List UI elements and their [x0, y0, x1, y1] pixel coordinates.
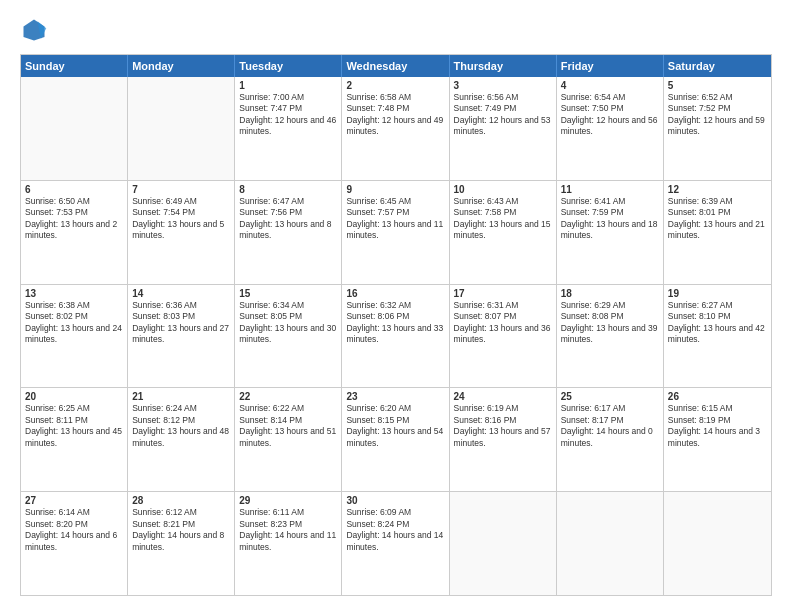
header-day: Sunday [21, 55, 128, 77]
day-number: 18 [561, 288, 659, 299]
day-number: 19 [668, 288, 767, 299]
day-number: 29 [239, 495, 337, 506]
day-info: Sunrise: 6:47 AM Sunset: 7:56 PM Dayligh… [239, 196, 337, 242]
day-info: Sunrise: 6:20 AM Sunset: 8:15 PM Dayligh… [346, 403, 444, 449]
day-info: Sunrise: 6:12 AM Sunset: 8:21 PM Dayligh… [132, 507, 230, 553]
day-number: 3 [454, 80, 552, 91]
day-info: Sunrise: 6:41 AM Sunset: 7:59 PM Dayligh… [561, 196, 659, 242]
day-info: Sunrise: 6:38 AM Sunset: 8:02 PM Dayligh… [25, 300, 123, 346]
calendar-cell: 9Sunrise: 6:45 AM Sunset: 7:57 PM Daylig… [342, 181, 449, 284]
day-info: Sunrise: 6:09 AM Sunset: 8:24 PM Dayligh… [346, 507, 444, 553]
day-info: Sunrise: 6:14 AM Sunset: 8:20 PM Dayligh… [25, 507, 123, 553]
calendar-cell: 21Sunrise: 6:24 AM Sunset: 8:12 PM Dayli… [128, 388, 235, 491]
day-number: 5 [668, 80, 767, 91]
day-number: 6 [25, 184, 123, 195]
day-info: Sunrise: 6:34 AM Sunset: 8:05 PM Dayligh… [239, 300, 337, 346]
day-number: 12 [668, 184, 767, 195]
day-number: 10 [454, 184, 552, 195]
day-info: Sunrise: 6:19 AM Sunset: 8:16 PM Dayligh… [454, 403, 552, 449]
calendar-cell: 12Sunrise: 6:39 AM Sunset: 8:01 PM Dayli… [664, 181, 771, 284]
calendar-cell: 25Sunrise: 6:17 AM Sunset: 8:17 PM Dayli… [557, 388, 664, 491]
day-number: 16 [346, 288, 444, 299]
calendar-cell: 6Sunrise: 6:50 AM Sunset: 7:53 PM Daylig… [21, 181, 128, 284]
calendar-cell: 11Sunrise: 6:41 AM Sunset: 7:59 PM Dayli… [557, 181, 664, 284]
header [20, 16, 772, 44]
calendar-cell: 7Sunrise: 6:49 AM Sunset: 7:54 PM Daylig… [128, 181, 235, 284]
header-day: Saturday [664, 55, 771, 77]
calendar-cell: 1Sunrise: 7:00 AM Sunset: 7:47 PM Daylig… [235, 77, 342, 180]
day-info: Sunrise: 6:25 AM Sunset: 8:11 PM Dayligh… [25, 403, 123, 449]
day-info: Sunrise: 6:22 AM Sunset: 8:14 PM Dayligh… [239, 403, 337, 449]
calendar-cell: 14Sunrise: 6:36 AM Sunset: 8:03 PM Dayli… [128, 285, 235, 388]
day-number: 23 [346, 391, 444, 402]
calendar-cell: 18Sunrise: 6:29 AM Sunset: 8:08 PM Dayli… [557, 285, 664, 388]
day-info: Sunrise: 6:54 AM Sunset: 7:50 PM Dayligh… [561, 92, 659, 138]
header-day: Monday [128, 55, 235, 77]
day-info: Sunrise: 6:32 AM Sunset: 8:06 PM Dayligh… [346, 300, 444, 346]
day-number: 14 [132, 288, 230, 299]
page: SundayMondayTuesdayWednesdayThursdayFrid… [0, 0, 792, 612]
day-number: 17 [454, 288, 552, 299]
day-number: 7 [132, 184, 230, 195]
day-info: Sunrise: 6:49 AM Sunset: 7:54 PM Dayligh… [132, 196, 230, 242]
calendar-cell: 26Sunrise: 6:15 AM Sunset: 8:19 PM Dayli… [664, 388, 771, 491]
calendar-cell: 17Sunrise: 6:31 AM Sunset: 8:07 PM Dayli… [450, 285, 557, 388]
day-number: 20 [25, 391, 123, 402]
calendar-cell: 16Sunrise: 6:32 AM Sunset: 8:06 PM Dayli… [342, 285, 449, 388]
calendar-cell: 13Sunrise: 6:38 AM Sunset: 8:02 PM Dayli… [21, 285, 128, 388]
calendar-cell: 19Sunrise: 6:27 AM Sunset: 8:10 PM Dayli… [664, 285, 771, 388]
day-info: Sunrise: 6:11 AM Sunset: 8:23 PM Dayligh… [239, 507, 337, 553]
calendar-cell [557, 492, 664, 595]
logo-icon [20, 16, 48, 44]
day-info: Sunrise: 6:31 AM Sunset: 8:07 PM Dayligh… [454, 300, 552, 346]
calendar-row: 1Sunrise: 7:00 AM Sunset: 7:47 PM Daylig… [21, 77, 771, 180]
calendar-cell: 20Sunrise: 6:25 AM Sunset: 8:11 PM Dayli… [21, 388, 128, 491]
calendar-cell: 10Sunrise: 6:43 AM Sunset: 7:58 PM Dayli… [450, 181, 557, 284]
calendar: SundayMondayTuesdayWednesdayThursdayFrid… [20, 54, 772, 596]
day-number: 8 [239, 184, 337, 195]
calendar-body: 1Sunrise: 7:00 AM Sunset: 7:47 PM Daylig… [21, 77, 771, 595]
day-number: 24 [454, 391, 552, 402]
day-info: Sunrise: 6:36 AM Sunset: 8:03 PM Dayligh… [132, 300, 230, 346]
day-info: Sunrise: 6:45 AM Sunset: 7:57 PM Dayligh… [346, 196, 444, 242]
day-info: Sunrise: 6:39 AM Sunset: 8:01 PM Dayligh… [668, 196, 767, 242]
day-number: 26 [668, 391, 767, 402]
day-number: 22 [239, 391, 337, 402]
calendar-cell: 15Sunrise: 6:34 AM Sunset: 8:05 PM Dayli… [235, 285, 342, 388]
day-info: Sunrise: 6:56 AM Sunset: 7:49 PM Dayligh… [454, 92, 552, 138]
day-number: 15 [239, 288, 337, 299]
day-number: 21 [132, 391, 230, 402]
calendar-cell: 4Sunrise: 6:54 AM Sunset: 7:50 PM Daylig… [557, 77, 664, 180]
day-info: Sunrise: 6:50 AM Sunset: 7:53 PM Dayligh… [25, 196, 123, 242]
calendar-cell: 23Sunrise: 6:20 AM Sunset: 8:15 PM Dayli… [342, 388, 449, 491]
calendar-row: 20Sunrise: 6:25 AM Sunset: 8:11 PM Dayli… [21, 387, 771, 491]
day-number: 28 [132, 495, 230, 506]
calendar-cell: 30Sunrise: 6:09 AM Sunset: 8:24 PM Dayli… [342, 492, 449, 595]
day-info: Sunrise: 6:58 AM Sunset: 7:48 PM Dayligh… [346, 92, 444, 138]
calendar-row: 6Sunrise: 6:50 AM Sunset: 7:53 PM Daylig… [21, 180, 771, 284]
day-info: Sunrise: 6:15 AM Sunset: 8:19 PM Dayligh… [668, 403, 767, 449]
calendar-cell [21, 77, 128, 180]
calendar-cell: 22Sunrise: 6:22 AM Sunset: 8:14 PM Dayli… [235, 388, 342, 491]
calendar-cell: 27Sunrise: 6:14 AM Sunset: 8:20 PM Dayli… [21, 492, 128, 595]
header-day: Thursday [450, 55, 557, 77]
header-day: Friday [557, 55, 664, 77]
logo [20, 16, 52, 44]
day-info: Sunrise: 6:27 AM Sunset: 8:10 PM Dayligh… [668, 300, 767, 346]
calendar-cell [128, 77, 235, 180]
calendar-cell: 28Sunrise: 6:12 AM Sunset: 8:21 PM Dayli… [128, 492, 235, 595]
calendar-cell [450, 492, 557, 595]
day-info: Sunrise: 6:29 AM Sunset: 8:08 PM Dayligh… [561, 300, 659, 346]
day-number: 11 [561, 184, 659, 195]
day-number: 9 [346, 184, 444, 195]
day-info: Sunrise: 6:17 AM Sunset: 8:17 PM Dayligh… [561, 403, 659, 449]
calendar-cell: 24Sunrise: 6:19 AM Sunset: 8:16 PM Dayli… [450, 388, 557, 491]
header-day: Wednesday [342, 55, 449, 77]
day-number: 4 [561, 80, 659, 91]
calendar-cell: 29Sunrise: 6:11 AM Sunset: 8:23 PM Dayli… [235, 492, 342, 595]
calendar-cell: 5Sunrise: 6:52 AM Sunset: 7:52 PM Daylig… [664, 77, 771, 180]
calendar-row: 13Sunrise: 6:38 AM Sunset: 8:02 PM Dayli… [21, 284, 771, 388]
day-number: 13 [25, 288, 123, 299]
day-number: 25 [561, 391, 659, 402]
day-info: Sunrise: 6:24 AM Sunset: 8:12 PM Dayligh… [132, 403, 230, 449]
